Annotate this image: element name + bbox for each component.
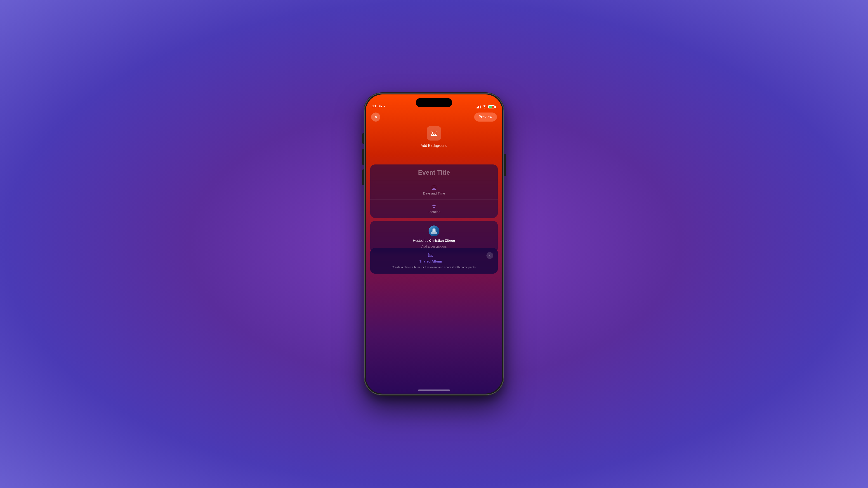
phone-screen: 11:36 ▲ bbox=[366, 94, 502, 394]
svg-point-1 bbox=[432, 132, 433, 133]
shared-album-title-row: Shared Album bbox=[375, 252, 487, 263]
battery-icon bbox=[488, 105, 496, 108]
svg-rect-2 bbox=[432, 186, 436, 190]
date-time-row: Date and Time bbox=[375, 185, 493, 195]
add-background-label: Add Background bbox=[421, 144, 447, 148]
status-icons bbox=[475, 105, 496, 108]
shared-album-title: Shared Album bbox=[419, 259, 442, 263]
signal-bar-4 bbox=[480, 105, 480, 108]
host-description[interactable]: Add a description. bbox=[421, 245, 447, 248]
signal-bar-2 bbox=[477, 107, 478, 108]
battery-body bbox=[488, 105, 495, 108]
close-icon: ✕ bbox=[374, 115, 377, 119]
shared-album-card: Shared Album ✕ Create a photo album for … bbox=[370, 248, 498, 273]
dynamic-island bbox=[416, 98, 452, 107]
shared-album-close-button[interactable]: ✕ bbox=[487, 252, 493, 259]
image-icon bbox=[430, 130, 438, 137]
add-background-button[interactable] bbox=[427, 126, 441, 140]
phone-body: 11:36 ▲ bbox=[364, 93, 504, 395]
close-button[interactable]: ✕ bbox=[371, 112, 380, 122]
shared-album-description: Create a photo album for this event and … bbox=[375, 265, 493, 269]
hosted-by-prefix: Hosted by bbox=[413, 238, 429, 242]
signal-bar-1 bbox=[475, 107, 476, 108]
host-avatar-inner bbox=[429, 225, 439, 236]
location-label: Location bbox=[428, 210, 440, 214]
svg-point-8 bbox=[429, 254, 430, 255]
event-title-field[interactable]: Event Title bbox=[370, 164, 498, 181]
preview-button-label: Preview bbox=[479, 115, 492, 119]
time-display: 11:36 bbox=[372, 104, 382, 108]
host-avatar bbox=[429, 225, 439, 236]
location-row: Location bbox=[375, 203, 493, 214]
date-time-label: Date and Time bbox=[423, 191, 445, 195]
calendar-icon bbox=[432, 185, 436, 190]
svg-point-5 bbox=[434, 205, 435, 206]
date-time-field[interactable]: Date and Time bbox=[370, 181, 498, 199]
avatar-person-icon bbox=[430, 227, 438, 235]
shared-album-header: Shared Album ✕ bbox=[375, 252, 493, 263]
power-button[interactable] bbox=[504, 154, 506, 176]
wifi-icon bbox=[483, 105, 487, 108]
add-background-section: Add Background bbox=[366, 126, 502, 148]
event-title-placeholder: Event Title bbox=[418, 169, 450, 176]
preview-button[interactable]: Preview bbox=[474, 112, 497, 122]
volume-down-button[interactable] bbox=[362, 169, 364, 185]
shared-album-icon bbox=[428, 252, 433, 258]
mute-button[interactable] bbox=[362, 133, 364, 144]
host-name: Hosted by Christian Zibreg bbox=[413, 238, 455, 242]
status-time: 11:36 ▲ bbox=[372, 104, 385, 108]
home-indicator bbox=[418, 390, 450, 391]
signal-bar-3 bbox=[478, 106, 479, 108]
battery-fill bbox=[489, 106, 492, 108]
volume-up-button[interactable] bbox=[362, 149, 364, 165]
shared-album-close-icon: ✕ bbox=[489, 254, 491, 257]
location-icon bbox=[432, 203, 436, 208]
svg-rect-3 bbox=[433, 188, 434, 189]
location-arrow-icon: ▲ bbox=[383, 105, 385, 108]
location-field[interactable]: Location bbox=[370, 199, 498, 218]
form-card: Event Title Date and Time bbox=[370, 164, 498, 218]
battery-tip bbox=[495, 106, 496, 108]
signal-icon bbox=[475, 105, 480, 108]
host-name-value: Christian Zibreg bbox=[429, 238, 455, 242]
svg-rect-4 bbox=[434, 188, 435, 189]
svg-rect-7 bbox=[428, 253, 433, 257]
phone-frame: 11:36 ▲ bbox=[364, 93, 504, 395]
host-info: Hosted by Christian Zibreg Add a descrip… bbox=[375, 225, 493, 248]
